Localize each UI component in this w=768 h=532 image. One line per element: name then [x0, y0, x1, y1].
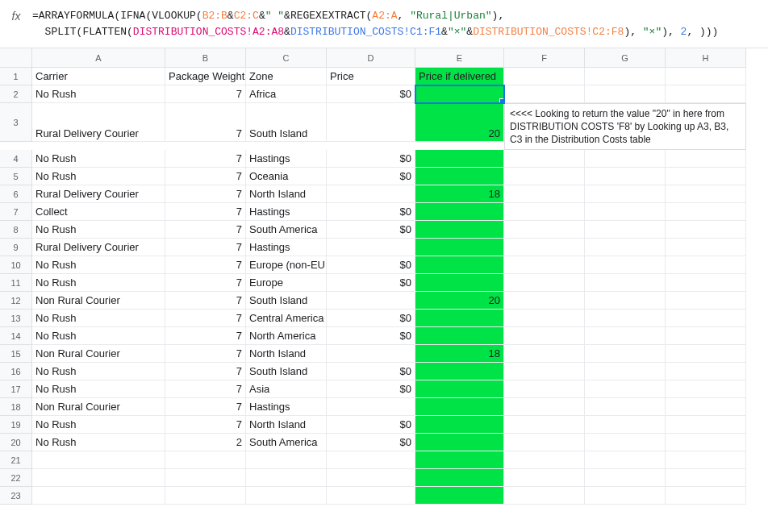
cell-H2[interactable] [666, 85, 746, 103]
cell-H4[interactable] [666, 150, 746, 168]
cell-D14[interactable]: $0 [327, 327, 415, 345]
cell-D12[interactable] [327, 292, 415, 310]
cell-H23[interactable] [666, 487, 746, 505]
cell-D16[interactable]: $0 [327, 363, 415, 380]
cell-E4[interactable] [415, 150, 504, 168]
row-header[interactable]: 20 [0, 434, 32, 451]
column-header-E[interactable]: E [415, 48, 504, 68]
cell-C11[interactable]: Europe [246, 274, 327, 292]
cell-F12[interactable] [504, 292, 585, 310]
row-header[interactable]: 23 [0, 487, 32, 505]
cell-B7[interactable]: 7 [165, 203, 246, 221]
cell-B4[interactable]: 7 [165, 150, 246, 168]
cell-B21[interactable] [165, 451, 246, 469]
cell-F1[interactable] [504, 68, 585, 85]
cell-B8[interactable]: 7 [165, 221, 246, 239]
cell-C15[interactable]: North Island [246, 345, 327, 363]
cell-D13[interactable]: $0 [327, 310, 415, 327]
cell-D10[interactable]: $0 [327, 256, 415, 274]
cell-C1[interactable]: Zone [246, 68, 327, 85]
row-header[interactable]: 21 [0, 451, 32, 469]
cell-B2[interactable]: 7 [165, 85, 246, 103]
cell-A18[interactable]: Non Rural Courier [32, 398, 165, 416]
cell-F5[interactable] [504, 168, 585, 185]
row-header[interactable]: 10 [0, 256, 32, 274]
cell-B15[interactable]: 7 [165, 345, 246, 363]
cell-F17[interactable] [504, 380, 585, 398]
cell-B1[interactable]: Package Weight [165, 68, 246, 85]
cell-H14[interactable] [666, 327, 746, 345]
cell-G15[interactable] [585, 345, 666, 363]
row-header[interactable]: 12 [0, 292, 32, 310]
cell-F10[interactable] [504, 256, 585, 274]
row-header[interactable]: 3 [0, 103, 32, 142]
cell-A19[interactable]: No Rush [32, 416, 165, 434]
cell-D9[interactable] [327, 239, 415, 256]
cell-H19[interactable] [666, 416, 746, 434]
cell-C21[interactable] [246, 451, 327, 469]
cell-G12[interactable] [585, 292, 666, 310]
cell-D19[interactable]: $0 [327, 416, 415, 434]
cell-G4[interactable] [585, 150, 666, 168]
cell-A5[interactable]: No Rush [32, 168, 165, 185]
cell-G16[interactable] [585, 363, 666, 380]
cell-B19[interactable]: 7 [165, 416, 246, 434]
cell-D17[interactable]: $0 [327, 380, 415, 398]
cell-H13[interactable] [666, 310, 746, 327]
cell-A4[interactable]: No Rush [32, 150, 165, 168]
cell-E15[interactable]: 18 [415, 345, 504, 363]
cell-H8[interactable] [666, 221, 746, 239]
cell-E19[interactable] [415, 416, 504, 434]
cell-F11[interactable] [504, 274, 585, 292]
cell-G11[interactable] [585, 274, 666, 292]
cell-D21[interactable] [327, 451, 415, 469]
cell-E11[interactable] [415, 274, 504, 292]
cell-C18[interactable]: Hastings [246, 398, 327, 416]
row-header[interactable]: 14 [0, 327, 32, 345]
cell-H22[interactable] [666, 469, 746, 487]
cell-B14[interactable]: 7 [165, 327, 246, 345]
cell-F18[interactable] [504, 398, 585, 416]
cell-H17[interactable] [666, 380, 746, 398]
cell-F13[interactable] [504, 310, 585, 327]
cell-H18[interactable] [666, 398, 746, 416]
cell-E5[interactable] [415, 168, 504, 185]
cell-G9[interactable] [585, 239, 666, 256]
cell-F19[interactable] [504, 416, 585, 434]
cell-C14[interactable]: North America [246, 327, 327, 345]
cell-F15[interactable] [504, 345, 585, 363]
cell-A9[interactable]: Rural Delivery Courier [32, 239, 165, 256]
cell-G2[interactable] [585, 85, 666, 103]
cell-C12[interactable]: South Island [246, 292, 327, 310]
cell-G17[interactable] [585, 380, 666, 398]
cell-D6[interactable] [327, 185, 415, 203]
cell-H20[interactable] [666, 434, 746, 451]
cell-C19[interactable]: North Island [246, 416, 327, 434]
cell-D18[interactable] [327, 398, 415, 416]
cell-H12[interactable] [666, 292, 746, 310]
cell-D5[interactable]: $0 [327, 168, 415, 185]
cell-C23[interactable] [246, 487, 327, 505]
cell-A16[interactable]: No Rush [32, 363, 165, 380]
cell-F2[interactable] [504, 85, 585, 103]
row-header[interactable]: 9 [0, 239, 32, 256]
column-header-A[interactable]: A [32, 48, 165, 68]
cell-B20[interactable]: 2 [165, 434, 246, 451]
cell-E18[interactable] [415, 398, 504, 416]
cell-B18[interactable]: 7 [165, 398, 246, 416]
cell-G5[interactable] [585, 168, 666, 185]
cell-E14[interactable] [415, 327, 504, 345]
column-header-H[interactable]: H [666, 48, 746, 68]
cell-H7[interactable] [666, 203, 746, 221]
cell-G1[interactable] [585, 68, 666, 85]
cell-A8[interactable]: No Rush [32, 221, 165, 239]
cell-H16[interactable] [666, 363, 746, 380]
cell-G21[interactable] [585, 451, 666, 469]
cell-C5[interactable]: Oceania [246, 168, 327, 185]
cell-C9[interactable]: Hastings [246, 239, 327, 256]
cell-E21[interactable] [415, 451, 504, 469]
cell-A20[interactable]: No Rush [32, 434, 165, 451]
cell-E13[interactable] [415, 310, 504, 327]
cell-F9[interactable] [504, 239, 585, 256]
row-header[interactable]: 4 [0, 150, 32, 168]
